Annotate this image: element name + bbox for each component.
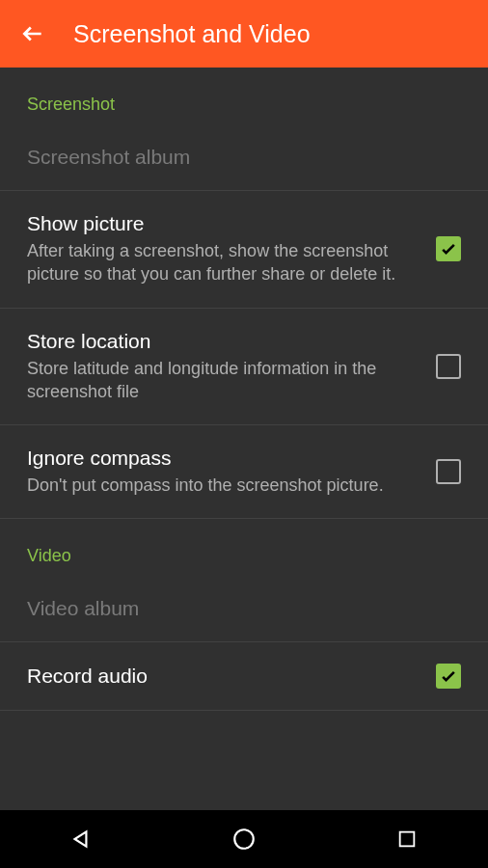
back-button[interactable]	[19, 20, 46, 47]
store-location-checkbox[interactable]	[436, 354, 461, 379]
show-picture-checkbox[interactable]	[436, 236, 461, 261]
ignore-compass-title: Ignore compass	[27, 447, 417, 470]
show-picture-item[interactable]: Show picture After taking a screenshot, …	[0, 191, 488, 308]
screenshot-album-title: Screenshot album	[27, 146, 442, 169]
svg-point-0	[234, 829, 254, 849]
show-picture-desc: After taking a screenshot, show the scre…	[27, 239, 417, 286]
checkmark-icon	[439, 239, 458, 258]
settings-screen: Screenshot and Video Screenshot Screensh…	[0, 0, 488, 868]
checkmark-icon	[439, 666, 458, 686]
back-arrow-icon	[20, 21, 45, 46]
content-area: Screenshot Screenshot album Show picture…	[0, 68, 488, 810]
video-album-title: Video album	[27, 597, 442, 620]
store-location-item[interactable]: Store location Store latitude and longit…	[0, 309, 488, 425]
ignore-compass-item[interactable]: Ignore compass Don't put compass into th…	[0, 425, 488, 518]
store-location-title: Store location	[27, 330, 417, 353]
video-album-item[interactable]: Video album	[0, 576, 488, 641]
nav-back-button[interactable]	[62, 820, 100, 858]
divider	[0, 710, 488, 711]
svg-rect-1	[399, 832, 414, 847]
app-bar: Screenshot and Video	[0, 0, 488, 68]
square-recents-icon	[396, 828, 418, 850]
nav-home-button[interactable]	[225, 820, 263, 858]
screenshot-album-item[interactable]: Screenshot album	[0, 124, 488, 190]
record-audio-item[interactable]: Record audio	[0, 642, 488, 710]
record-audio-title: Record audio	[27, 665, 417, 688]
show-picture-title: Show picture	[27, 212, 417, 235]
ignore-compass-desc: Don't put compass into the screenshot pi…	[27, 474, 417, 497]
ignore-compass-checkbox[interactable]	[436, 459, 461, 484]
store-location-desc: Store latitude and longitude information…	[27, 357, 417, 404]
section-header-screenshot: Screenshot	[0, 68, 488, 124]
page-title: Screenshot and Video	[73, 20, 311, 48]
circle-home-icon	[231, 827, 257, 852]
section-header-video: Video	[0, 519, 488, 576]
triangle-back-icon	[68, 827, 94, 852]
record-audio-checkbox[interactable]	[436, 664, 461, 689]
nav-recents-button[interactable]	[388, 820, 426, 858]
system-navbar	[0, 810, 488, 868]
